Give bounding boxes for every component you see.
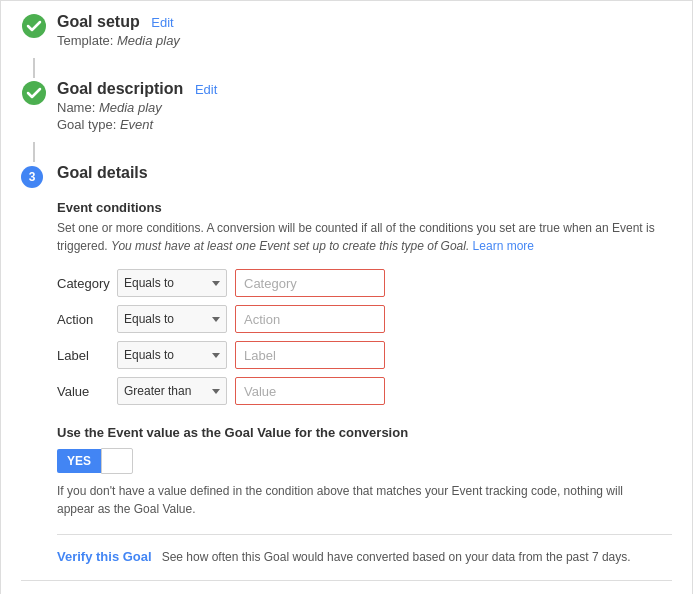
condition-label-label: Label (57, 348, 117, 363)
condition-select-action[interactable]: Equals to Regex Does not equal Does not … (117, 305, 227, 333)
condition-input-value[interactable] (235, 377, 385, 405)
step1-sub-label: Template: (57, 33, 113, 48)
step1-sub: Template: Media play (57, 33, 672, 48)
event-value-desc: If you don't have a value defined in the… (57, 482, 637, 518)
step3-number: 3 (21, 166, 43, 188)
event-conditions-desc2: You must have at least one Event set up … (111, 239, 469, 253)
condition-select-label[interactable]: Equals to Regex Does not equal Does not … (117, 341, 227, 369)
event-conditions-desc: Set one or more conditions. A conversion… (57, 219, 672, 255)
step2-title: Goal description (57, 80, 183, 97)
learn-more-link[interactable]: Learn more (473, 239, 534, 253)
toggle-no-button[interactable] (101, 448, 133, 474)
svg-point-0 (22, 14, 46, 38)
condition-input-category[interactable] (235, 269, 385, 297)
condition-label-category: Category (57, 276, 117, 291)
toggle-row: YES (57, 448, 672, 474)
step2-name-value: Media play (99, 100, 162, 115)
goal-details-body: Event conditions Set one or more conditi… (21, 200, 672, 564)
step2-sub1: Name: Media play (57, 100, 672, 115)
condition-label-value: Value (57, 384, 117, 399)
condition-input-action[interactable] (235, 305, 385, 333)
condition-select-category[interactable]: Equals to Regex Does not equal Does not … (117, 269, 227, 297)
event-value-title: Use the Event value as the Goal Value fo… (57, 425, 672, 440)
step2-content: Goal description Edit Name: Media play G… (57, 80, 672, 132)
connector2 (33, 142, 35, 162)
page-container: Goal setup Edit Template: Media play Goa… (0, 0, 693, 594)
condition-label-action: Action (57, 312, 117, 327)
event-value-section: Use the Event value as the Goal Value fo… (57, 425, 672, 518)
verify-section: Verify this Goal See how often this Goal… (57, 549, 672, 564)
step2-sub2: Goal type: Event (57, 117, 672, 132)
step-goal-description: Goal description Edit Name: Media play G… (21, 80, 672, 132)
step2-goaltype-value: Event (120, 117, 153, 132)
bottom-footer: Save Cancel (21, 580, 672, 594)
step2-goaltype-label: Goal type: (57, 117, 116, 132)
event-conditions-title: Event conditions (57, 200, 672, 215)
step-goal-setup: Goal setup Edit Template: Media play (21, 13, 672, 48)
step3-title: Goal details (57, 164, 148, 181)
condition-row-value: Value Greater than Less than Equals to (57, 377, 672, 405)
verify-desc: See how often this Goal would have conve… (162, 550, 631, 564)
step3-content: Goal details (57, 164, 672, 182)
condition-row-action: Action Equals to Regex Does not equal Do… (57, 305, 672, 333)
step2-check-icon (21, 80, 47, 106)
step1-sub-value: Media play (117, 33, 180, 48)
verify-goal-link[interactable]: Verify this Goal (57, 549, 152, 564)
step-goal-details: 3 Goal details (21, 164, 672, 190)
step1-edit-link[interactable]: Edit (151, 15, 173, 30)
condition-row-label: Label Equals to Regex Does not equal Doe… (57, 341, 672, 369)
step1-title: Goal setup (57, 13, 140, 30)
condition-row-category: Category Equals to Regex Does not equal … (57, 269, 672, 297)
divider1 (57, 534, 672, 535)
step2-name-label: Name: (57, 100, 95, 115)
step1-check-icon (21, 13, 47, 39)
conditions-table: Category Equals to Regex Does not equal … (57, 269, 672, 405)
svg-point-1 (22, 81, 46, 105)
connector1 (33, 58, 35, 78)
condition-select-value[interactable]: Greater than Less than Equals to (117, 377, 227, 405)
step2-edit-link[interactable]: Edit (195, 82, 217, 97)
condition-input-label[interactable] (235, 341, 385, 369)
toggle-yes-button[interactable]: YES (57, 449, 101, 473)
step3-number-icon: 3 (21, 164, 47, 190)
step1-content: Goal setup Edit Template: Media play (57, 13, 672, 48)
